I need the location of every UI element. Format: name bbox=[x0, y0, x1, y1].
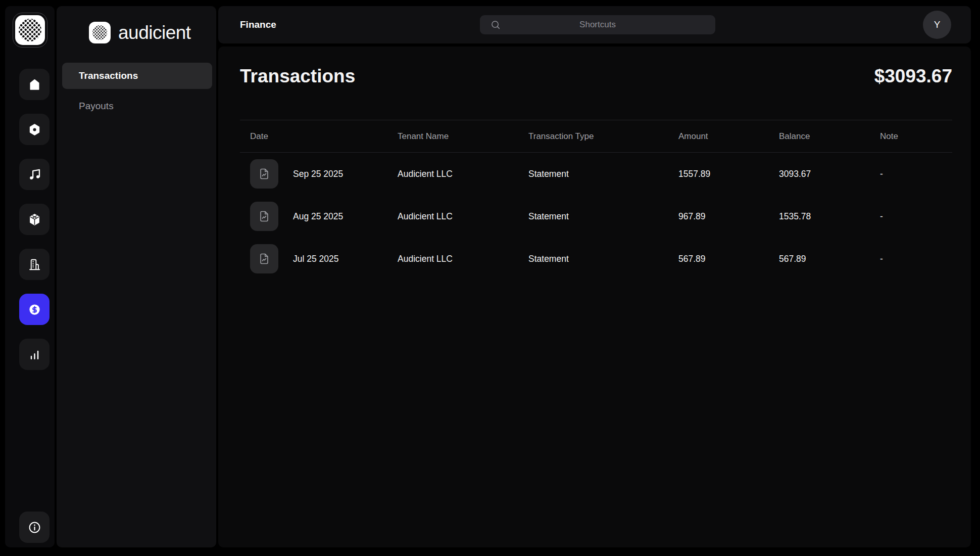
cell-tenant-name: Audicient LLC bbox=[398, 254, 528, 264]
column-header-balance: Balance bbox=[779, 131, 880, 142]
package-cube-icon bbox=[28, 213, 41, 226]
cell-balance: 567.89 bbox=[779, 254, 880, 264]
statement-file-button[interactable] bbox=[250, 202, 278, 231]
cell-amount: 1557.89 bbox=[678, 169, 779, 179]
sidebar-item-payouts[interactable]: Payouts bbox=[62, 93, 212, 119]
file-chart-icon bbox=[258, 210, 271, 223]
dotted-globe-icon bbox=[19, 19, 41, 41]
transactions-table: Date Tenant Name Transaction Type Amount… bbox=[240, 120, 952, 280]
cell-note: - bbox=[880, 169, 952, 179]
cell-transaction-type: Statement bbox=[528, 169, 678, 179]
rail-item-finance[interactable] bbox=[19, 294, 50, 325]
sidebar-item-label: Transactions bbox=[79, 70, 138, 81]
brand: audicient bbox=[89, 22, 191, 43]
table-row[interactable]: Sep 25 2025 Audicient LLC Statement 1557… bbox=[240, 153, 952, 195]
cell-date: Sep 25 2025 bbox=[293, 169, 343, 179]
column-header-note: Note bbox=[880, 131, 952, 142]
page-breadcrumb: Finance bbox=[240, 6, 276, 43]
rail-logo-button[interactable] bbox=[13, 13, 47, 48]
rail-item-home[interactable] bbox=[19, 69, 50, 100]
search-input[interactable] bbox=[480, 15, 715, 34]
column-header-tenant-name: Tenant Name bbox=[398, 131, 528, 142]
music-note-icon bbox=[28, 168, 41, 181]
cell-amount: 567.89 bbox=[678, 254, 779, 264]
cell-transaction-type: Statement bbox=[528, 254, 678, 264]
column-header-transaction-type: Transaction Type bbox=[528, 131, 678, 142]
top-bar: Finance Y bbox=[218, 6, 971, 43]
sidebar-item-label: Payouts bbox=[79, 101, 114, 112]
avatar[interactable]: Y bbox=[923, 11, 951, 39]
statement-file-button[interactable] bbox=[250, 244, 278, 273]
page-title: Transactions bbox=[240, 66, 355, 87]
home-icon bbox=[28, 78, 41, 91]
app-sidebar: audicient Transactions Payouts bbox=[57, 6, 216, 547]
rail-item-company[interactable] bbox=[19, 249, 50, 280]
app-window: audicient Transactions Payouts Finance Y… bbox=[0, 0, 980, 556]
cell-date: Jul 25 2025 bbox=[293, 254, 339, 264]
brand-logo bbox=[89, 22, 111, 43]
table-row[interactable]: Jul 25 2025 Audicient LLC Statement 567.… bbox=[240, 238, 952, 280]
app-logo bbox=[15, 15, 45, 45]
total-balance: $3093.67 bbox=[874, 66, 952, 87]
search-icon bbox=[490, 19, 501, 30]
file-chart-icon bbox=[258, 252, 271, 265]
table-row[interactable]: Aug 25 2025 Audicient LLC Statement 967.… bbox=[240, 195, 952, 238]
table-header-row: Date Tenant Name Transaction Type Amount… bbox=[240, 120, 952, 153]
brand-wordmark: audicient bbox=[118, 22, 191, 43]
rail-item-settings[interactable] bbox=[19, 114, 50, 145]
shortcuts-search[interactable] bbox=[480, 15, 715, 34]
sidebar-item-transactions[interactable]: Transactions bbox=[62, 63, 212, 89]
rail-item-products[interactable] bbox=[19, 204, 50, 235]
cell-date: Aug 25 2025 bbox=[293, 211, 343, 222]
rail-item-info[interactable] bbox=[19, 512, 50, 543]
cell-note: - bbox=[880, 254, 952, 264]
icon-rail bbox=[5, 6, 55, 547]
cell-note: - bbox=[880, 211, 952, 222]
bar-chart-icon bbox=[28, 348, 41, 361]
cell-tenant-name: Audicient LLC bbox=[398, 211, 528, 222]
building-icon bbox=[28, 258, 41, 271]
dollar-circle-icon bbox=[28, 303, 41, 316]
cell-balance: 3093.67 bbox=[779, 169, 880, 179]
column-header-amount: Amount bbox=[678, 131, 779, 142]
cell-transaction-type: Statement bbox=[528, 211, 678, 222]
cell-tenant-name: Audicient LLC bbox=[398, 169, 528, 179]
cell-amount: 967.89 bbox=[678, 211, 779, 222]
cell-balance: 1535.78 bbox=[779, 211, 880, 222]
rail-item-analytics[interactable] bbox=[19, 339, 50, 370]
column-header-date: Date bbox=[240, 131, 398, 142]
dotted-globe-icon bbox=[92, 25, 107, 40]
statement-file-button[interactable] bbox=[250, 159, 278, 189]
file-chart-icon bbox=[258, 167, 271, 180]
hexagon-nut-icon bbox=[28, 123, 41, 136]
sidebar-nav: Transactions Payouts bbox=[62, 63, 212, 119]
main-panel: Transactions $3093.67 Date Tenant Name T… bbox=[218, 47, 971, 547]
rail-item-music[interactable] bbox=[19, 159, 50, 190]
avatar-initial: Y bbox=[934, 19, 941, 30]
info-icon bbox=[28, 521, 41, 534]
